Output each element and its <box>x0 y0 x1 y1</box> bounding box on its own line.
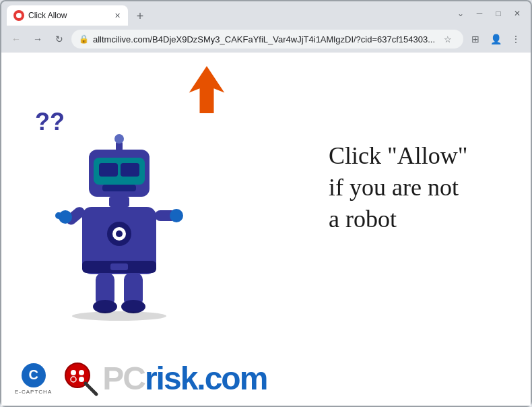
robot-illustration: ?? <box>22 80 217 349</box>
pcrisk-brand-text: PCrisk.com <box>102 363 267 395</box>
svg-rect-14 <box>110 263 128 270</box>
tab-title: Click Allow <box>28 11 108 20</box>
message-line-1: Click "Allow" <box>329 142 467 169</box>
pcrisk-icon <box>63 361 100 398</box>
url-text: alltmcilive.com/B4DjeX9DzSMy3_CAKFaYfiL_… <box>93 34 436 44</box>
tab-close-button[interactable]: ✕ <box>112 10 123 21</box>
message-line-2: if you are not <box>329 174 459 201</box>
ecaptcha-logo: C E-CAPTCHA <box>15 363 52 395</box>
ecaptcha-label: E-CAPTCHA <box>15 389 52 395</box>
svg-rect-7 <box>102 185 136 191</box>
tab-favicon <box>13 10 24 21</box>
pcrisk-logo: PCrisk.com <box>63 361 267 398</box>
svg-point-18 <box>170 209 183 222</box>
maximize-button[interactable]: □ <box>490 5 506 22</box>
tab-strip: Click Allow ✕ + <box>7 1 453 26</box>
svg-point-29 <box>79 377 84 382</box>
robot-svg <box>52 129 187 318</box>
active-tab[interactable]: Click Allow ✕ <box>7 5 128 26</box>
click-allow-text: Click "Allow" if you are not a robot <box>329 140 504 234</box>
ecaptcha-c-icon: C <box>22 363 46 387</box>
reload-button[interactable]: ↻ <box>50 30 69 49</box>
svg-point-19 <box>55 212 62 219</box>
new-tab-button[interactable]: + <box>131 7 149 26</box>
svg-point-27 <box>79 370 84 375</box>
back-button[interactable]: ← <box>7 30 26 49</box>
lock-icon: 🔒 <box>79 34 89 44</box>
browser-window: Click Allow ✕ + ⌄ ─ □ ✕ ← → ↻ 🔒 alltmcil… <box>0 0 532 407</box>
svg-point-6 <box>114 134 124 144</box>
robot-shadow <box>72 311 166 321</box>
profile-button[interactable]: 👤 <box>486 30 505 49</box>
close-button[interactable]: ✕ <box>509 5 525 22</box>
svg-point-26 <box>71 370 76 375</box>
footer-watermark: C E-CAPTCHA PCrisk.com <box>1 352 531 406</box>
address-actions: ☆ <box>440 31 456 47</box>
nav-right-controls: ⊞ 👤 ⋮ <box>466 30 525 49</box>
page-content: ?? <box>1 53 531 406</box>
chevron-down-icon[interactable]: ⌄ <box>453 5 469 22</box>
bookmark-icon[interactable]: ☆ <box>440 31 456 47</box>
svg-line-30 <box>86 383 96 394</box>
minimize-button[interactable]: ─ <box>471 5 488 22</box>
window-controls: ⌄ ─ □ ✕ <box>453 5 525 22</box>
svg-point-12 <box>116 230 123 237</box>
menu-button[interactable]: ⋮ <box>506 30 525 49</box>
forward-button[interactable]: → <box>28 30 47 49</box>
extensions-button[interactable]: ⊞ <box>466 30 485 49</box>
message-area: Click "Allow" if you are not a robot <box>329 140 504 234</box>
svg-rect-4 <box>121 163 139 177</box>
title-bar: Click Allow ✕ + ⌄ ─ □ ✕ <box>1 1 531 26</box>
svg-marker-0 <box>189 66 225 113</box>
address-bar[interactable]: 🔒 alltmcilive.com/B4DjeX9DzSMy3_CAKFaYfi… <box>71 30 463 49</box>
navigation-bar: ← → ↻ 🔒 alltmcilive.com/B4DjeX9DzSMy3_CA… <box>1 26 531 53</box>
svg-point-28 <box>71 377 76 382</box>
svg-rect-8 <box>109 197 129 207</box>
svg-rect-3 <box>99 163 118 177</box>
message-line-3: a robot <box>329 206 397 232</box>
